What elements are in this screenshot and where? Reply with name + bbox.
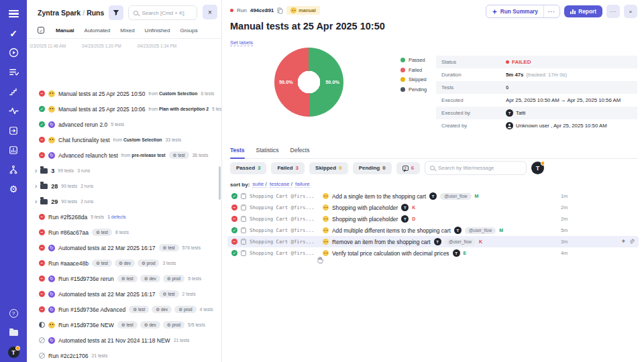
sidebar-scrollbar[interactable]: [219, 166, 221, 200]
test-title[interactable]: Verify total price calculation with deci…: [332, 250, 449, 257]
detail-tab[interactable]: Statistics: [256, 147, 279, 158]
run-list-item[interactable]: Advanced relaunch test from pre-release …: [27, 147, 221, 163]
run-list-item[interactable]: Run #2c2c1706 21 tests: [27, 348, 221, 362]
enter-box-icon[interactable]: [0, 125, 27, 136]
reports-icon[interactable]: [0, 144, 27, 156]
set-labels-link[interactable]: Set labels: [230, 40, 253, 46]
run-test-count: 2 tests: [182, 292, 196, 296]
milestones-icon[interactable]: [0, 164, 27, 175]
select-all-icon[interactable]: ✓: [38, 27, 44, 34]
run-list-item[interactable]: Run #15d9736e NEW testdevprod 5/5 tests: [27, 317, 221, 333]
test-filters: Passed 3 Failed 3 Skipped 0 Pend: [230, 161, 637, 175]
chevron-right-icon[interactable]: ›: [35, 183, 37, 190]
runs-filter-tab[interactable]: Automated: [85, 27, 111, 34]
filter-chip[interactable]: Failed 3: [271, 162, 305, 174]
run-list-item[interactable]: Automated tests at 21 Nov 2024 11:18 NEW…: [27, 333, 221, 348]
run-title: 28: [51, 183, 58, 190]
run-test-count: 6 tests: [201, 91, 214, 96]
run-list-item[interactable]: Chat functinality test from Custom Selec…: [27, 132, 221, 147]
test-title[interactable]: Add multiple different items to the shop…: [332, 227, 451, 234]
legend-item: Pending: [400, 86, 427, 93]
run-list-item[interactable]: Run #86ac67aa test 8 tests: [27, 225, 221, 240]
filter-button[interactable]: [109, 5, 123, 20]
run-list-item[interactable]: Run #2f5268da 5 tests 1 defects: [27, 209, 221, 225]
sort-option[interactable]: failure: [295, 181, 310, 188]
milestone-letter: E: [464, 251, 467, 255]
detail-tab[interactable]: Defects: [290, 147, 310, 158]
menu-icon[interactable]: [0, 8, 27, 19]
filter-chip[interactable]: Skipped 0: [309, 162, 348, 174]
add-result-icon[interactable]: +: [622, 239, 625, 245]
filter-chip[interactable]: Passed 3: [230, 162, 266, 174]
run-type-icon: [48, 106, 55, 113]
more-actions-button[interactable]: ···: [606, 5, 620, 18]
user-avatar[interactable]: T: [0, 347, 27, 358]
run-status-icon: [39, 306, 45, 312]
sort-option[interactable]: testcase: [270, 181, 292, 188]
assignee-filter-avatar[interactable]: T: [531, 162, 544, 174]
test-title[interactable]: Add a single item to the shopping cart: [332, 193, 426, 200]
test-title[interactable]: Shopping with placeholder: [332, 216, 398, 223]
test-search-input[interactable]: [438, 165, 521, 171]
env-chip: prod: [163, 321, 184, 328]
sidebar-search-input[interactable]: [142, 10, 192, 16]
close-panel-button[interactable]: ×: [624, 5, 637, 18]
runs-filter-tab[interactable]: Groups: [180, 27, 197, 34]
assignee-avatar: T: [454, 227, 462, 234]
test-row[interactable]: Shopping Cart @firs... Add a single item…: [227, 190, 639, 202]
copy-icon[interactable]: [277, 7, 283, 14]
run-defects-link[interactable]: 1 defects: [107, 215, 126, 219]
gear-icon: [144, 276, 148, 282]
runs-filter-tab[interactable]: Mixed: [120, 27, 134, 34]
test-title[interactable]: Remove an item from the shopping cart: [332, 239, 431, 245]
test-row[interactable]: Shopping Cart @firs... Verify total pric…: [227, 247, 639, 259]
run-type-icon: [48, 322, 55, 328]
test-row[interactable]: Shopping Cart @firs... Remove an item fr…: [227, 236, 639, 247]
pulse-icon[interactable]: [0, 105, 27, 117]
steps-icon[interactable]: [0, 86, 27, 97]
run-status-icon: [39, 106, 45, 112]
sidebar-close-button[interactable]: ×: [203, 5, 217, 19]
run-list-item[interactable]: › 28 90 tests 2 runs: [27, 178, 221, 194]
test-title[interactable]: Shopping with placeholder: [332, 204, 398, 211]
runs-filter-tab[interactable]: Unfinished: [145, 27, 170, 34]
report-button[interactable]: Report: [564, 5, 602, 17]
help-icon[interactable]: ?: [0, 308, 27, 319]
timeline-dates: /23/2025 11:46 AM04/23/2025 1:20 PM04/23…: [27, 39, 221, 48]
play-circle-icon[interactable]: [0, 47, 27, 58]
sidebar-search[interactable]: [128, 5, 197, 20]
test-status-icon: [231, 193, 237, 199]
runs-list-icon[interactable]: [0, 66, 27, 78]
run-list-item[interactable]: › 29 90 tests 2 runs: [27, 194, 221, 209]
run-list-item[interactable]: Run #15d9736e rerun testdevprod 5 tests: [27, 271, 221, 286]
close-icon: ×: [208, 9, 212, 16]
test-search[interactable]: [425, 161, 527, 175]
run-summary-more-button[interactable]: ···: [543, 5, 559, 17]
run-status-icon: [39, 214, 45, 220]
row-hover-actions[interactable]: +: [622, 239, 635, 245]
chevron-right-icon[interactable]: ›: [35, 168, 37, 174]
detail-tab[interactable]: Tests: [230, 147, 245, 158]
runs-filter-tab[interactable]: Manual: [56, 27, 74, 34]
filter-chip[interactable]: 6: [396, 162, 420, 174]
attachment-icon[interactable]: [629, 239, 635, 245]
test-row[interactable]: Shopping Cart @firs... Shopping with pla…: [227, 202, 639, 213]
filter-chip[interactable]: Pending 0: [353, 162, 392, 174]
run-list-item[interactable]: › 3 99 tests 3 runs: [27, 163, 221, 178]
run-list-item[interactable]: Manual tests at 25 Apr 2025 10:06 from P…: [27, 101, 221, 117]
run-summary-button[interactable]: Run Summary ···: [486, 5, 560, 18]
run-list-item[interactable]: Manual tests at 25 Apr 2025 10:50 from C…: [27, 86, 221, 101]
test-row[interactable]: Shopping Cart @firs... Add multiple diff…: [227, 225, 639, 236]
settings-gear-icon[interactable]: ⚙: [0, 183, 27, 194]
check-icon[interactable]: ✓: [0, 27, 27, 39]
run-list-item[interactable]: Automated tests at 22 Mar 2025 16:17 tes…: [27, 240, 221, 255]
test-row[interactable]: Shopping Cart @firs... Shopping with pla…: [227, 213, 639, 225]
run-test-count: 8 tests: [115, 230, 129, 235]
chevron-right-icon[interactable]: ›: [35, 198, 37, 205]
run-list-item[interactable]: Run #aaace48b testdevprod 3 tests: [27, 255, 221, 271]
run-list-item[interactable]: Automated tests at 22 Mar 2025 16:17 tes…: [27, 286, 221, 302]
files-folder-icon[interactable]: [0, 327, 27, 339]
sort-option[interactable]: suite: [252, 181, 266, 188]
run-list-item[interactable]: Run #15d9736e Advanced testdevprod 4 tes…: [27, 302, 221, 317]
run-list-item[interactable]: advanced rerun 2.0 5 tests: [27, 117, 221, 132]
